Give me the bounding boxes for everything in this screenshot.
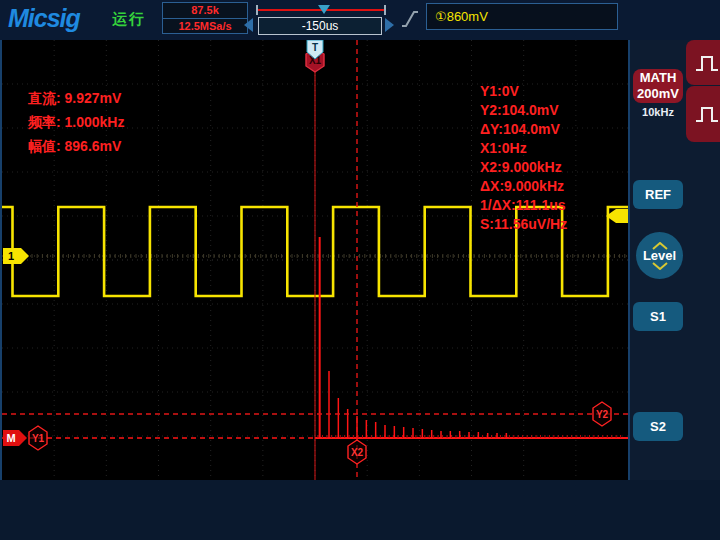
run-status[interactable]: 运行 (112, 10, 146, 29)
ref-button[interactable]: REF (633, 180, 683, 209)
ch1-marker[interactable] (3, 248, 29, 264)
rising-edge-icon[interactable] (400, 7, 420, 35)
wave-next-button[interactable] (686, 86, 720, 142)
micsig-logo: Micsig (8, 4, 80, 33)
scope-display[interactable]: X1X2Y1Y2T1M 直流: 9.927mV 频率: 1.000kHz 幅值:… (0, 40, 630, 480)
horizontal-offset-readout[interactable]: -150us (258, 17, 382, 35)
ch1-marker-label: 1 (8, 250, 14, 262)
sample-rate: 12.5MSa/s (163, 19, 247, 34)
trigger-level-arrow[interactable] (606, 209, 628, 223)
x2-cursor-handle-label: X2 (351, 447, 364, 458)
math-freq-label: 10kHz (630, 106, 686, 118)
s2-button[interactable]: S2 (633, 412, 683, 441)
trigger-marker-label: T (312, 42, 318, 53)
level-button[interactable]: Level (636, 232, 683, 279)
top-bar: Micsig 运行 87.5k 12.5MSa/s -150us ①860mV (0, 0, 720, 41)
y1-cursor-handle-label: Y1 (32, 433, 45, 444)
s1-button[interactable]: S1 (633, 302, 683, 331)
level-down-chevron-icon (651, 262, 669, 270)
timebase-position-bar[interactable] (256, 5, 386, 15)
math-channel-badge[interactable]: MATH 200mV (633, 69, 683, 103)
trigger-position-icon[interactable] (318, 5, 330, 14)
sample-info-box: 87.5k 12.5MSa/s (162, 2, 248, 34)
trigger-level-readout[interactable]: ①860mV (426, 3, 618, 30)
left-chevron-icon[interactable] (244, 18, 253, 32)
right-chevron-icon[interactable] (385, 18, 394, 32)
right-sidebar: MATH 200mV 10kHz REF Level S1 S2 (630, 40, 720, 480)
oscilloscope-app: Micsig 运行 87.5k 12.5MSa/s -150us ①860mV … (0, 0, 720, 540)
pulse-icon (693, 102, 720, 126)
ch1-measurements: 直流: 9.927mV 频率: 1.000kHz 幅值: 896.6mV (28, 86, 124, 158)
math-marker-label: M (6, 432, 15, 444)
wave-prev-button[interactable] (686, 40, 720, 85)
level-label: Level (643, 250, 676, 262)
cursor-measurements: Y1:0V Y2:104.0mV ΔY:104.0mV X1:0Hz X2:9.… (480, 82, 567, 234)
pulse-icon (693, 51, 720, 75)
y2-cursor-handle-label: Y2 (596, 409, 609, 420)
bottom-bar: 微调 快速 保存 10kHz CH1 光标 (0, 480, 720, 540)
sample-count: 87.5k (163, 3, 247, 19)
